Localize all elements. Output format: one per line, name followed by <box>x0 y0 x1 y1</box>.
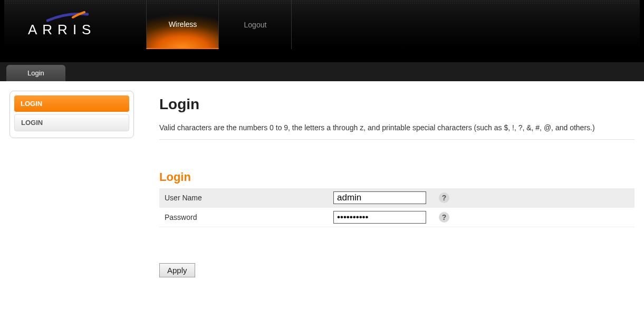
brand-name: ARRIS <box>28 22 96 38</box>
header-bar: ARRIS Wireless Logout <box>4 0 640 49</box>
form-row-username: User Name ? <box>159 188 635 208</box>
sidebar-item-label: LOGIN <box>21 119 43 127</box>
username-label: User Name <box>159 188 328 208</box>
nav-tab-label: Logout <box>244 21 267 29</box>
sidebar: LOGIN LOGIN <box>9 91 134 138</box>
content-area: LOGIN LOGIN Login Valid characters are t… <box>0 81 644 328</box>
username-input[interactable] <box>333 191 426 204</box>
page-description: Valid characters are the numbers 0 to 9,… <box>159 123 635 140</box>
main-nav: Wireless Logout <box>146 0 292 49</box>
arris-swoosh-icon <box>46 11 89 23</box>
nav-tab-wireless[interactable]: Wireless <box>146 0 219 49</box>
help-icon[interactable]: ? <box>439 192 449 203</box>
page-title: Login <box>159 96 635 113</box>
brand-logo: ARRIS <box>28 11 96 38</box>
nav-tab-logout[interactable]: Logout <box>219 0 292 49</box>
main-content: Login Valid characters are the numbers 0… <box>134 91 640 328</box>
sidebar-item-login-active[interactable]: LOGIN <box>14 95 129 112</box>
subnav-tab-login[interactable]: Login <box>6 65 65 81</box>
sidebar-item-login[interactable]: LOGIN <box>14 114 129 131</box>
password-label: Password <box>159 208 328 227</box>
login-form: User Name ? Password ? <box>159 188 635 227</box>
nav-tab-label: Wireless <box>169 20 197 28</box>
sub-header: Login <box>0 62 644 81</box>
form-row-password: Password ? <box>159 208 635 227</box>
password-input[interactable] <box>333 211 426 224</box>
subnav-label: Login <box>27 69 44 77</box>
sidebar-item-label: LOGIN <box>21 100 42 108</box>
help-icon[interactable]: ? <box>439 212 449 223</box>
apply-button[interactable]: Apply <box>159 263 195 277</box>
form-section-title: Login <box>159 170 635 184</box>
